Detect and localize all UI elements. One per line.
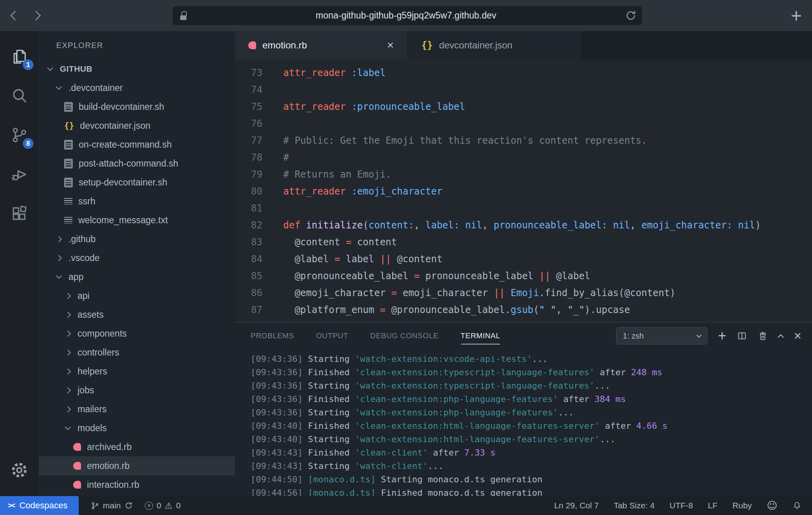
tree-item-label: welcome_message.txt [78,215,168,226]
code-token: = [414,270,419,282]
code-token: attr_reader [283,186,346,197]
kill-terminal-button[interactable] [758,331,768,341]
code-token: :pronounceable_label [351,101,465,112]
code-token: @emoji_character [283,287,391,298]
sidebar-item-extensions[interactable] [0,194,39,233]
terminal-shell-select[interactable]: 1: zsh [616,327,707,345]
settings-button[interactable] [0,450,39,490]
tree-item-controllers[interactable]: controllers [39,343,235,362]
code-token: @label [550,270,590,282]
language-mode[interactable]: Ruby [733,501,752,510]
code-token: # Returns an Emoji. [283,169,391,180]
branch-indicator[interactable]: main [90,501,133,510]
branch-name: main [103,501,121,510]
encoding[interactable]: UTF-8 [670,501,693,510]
search-icon [10,86,29,105]
tab-terminal[interactable]: TERMINAL [461,322,500,349]
notifications-bell-icon[interactable] [792,501,802,510]
terminal-token: 'watch-extension:html-language-features-… [355,434,600,444]
json-file-icon: {} [421,41,433,50]
tab-emotion-rb[interactable]: emotion.rb ✕ [235,31,408,59]
tree-item-assets[interactable]: assets [39,305,235,324]
line-number: 82 [235,217,262,234]
code-token: @platform_enum [283,304,380,315]
tree-item-label: models [78,423,107,433]
tree-item-post-attach-command.sh[interactable]: post-attach-command.sh [39,154,235,173]
terminal-token: 384 ms [594,394,626,404]
tree-item-mailers[interactable]: mailers [39,400,235,419]
close-icon[interactable]: ✕ [387,40,394,51]
panel-controls: 1: zsh + [616,327,802,345]
code-line: 80attr_reader :emoji_character [235,183,812,200]
tree-item-helpers[interactable]: helpers [39,362,235,381]
feedback-smiley-icon[interactable]: ☺ [767,500,777,511]
tree-item-setup-devcontainer.sh[interactable]: setup-devcontainer.sh [39,173,235,192]
tree-item-label: setup-devcontainer.sh [79,177,167,188]
split-terminal-button[interactable] [737,331,747,341]
new-tab-button[interactable]: + [791,6,802,25]
code-token: ( [363,220,368,231]
new-terminal-button[interactable]: + [718,329,726,343]
codespaces-remote-button[interactable]: >< Codespaces [0,496,79,515]
code-token: # [283,152,289,163]
tree-item-devcontainer.json[interactable]: {}devcontainer.json [39,116,235,135]
tree-item-on-create-command.sh[interactable]: on-create-command.sh [39,135,235,154]
code-line: 79# Returns an Emoji. [235,166,812,183]
sidebar-item-run-debug[interactable] [0,155,39,194]
tab-debug-console[interactable]: DEBUG CONSOLE [370,322,439,349]
terminal-token: 'clean-extension:typescript-language-fea… [355,367,594,377]
tab-output[interactable]: OUTPUT [316,322,348,349]
maximize-panel-button[interactable] [779,333,783,339]
eol[interactable]: LF [708,501,718,510]
split-icon [737,331,747,341]
tree-item-.devcontainer[interactable]: .devcontainer [39,78,235,97]
tree-item-archived.rb[interactable]: archived.rb [39,437,235,456]
remote-label: Codespaces [19,500,67,511]
line-number: 87 [235,302,262,319]
tree-item-welcome_message.txt[interactable]: welcome_message.txt [39,211,235,230]
tree-item-label: jobs [78,385,94,396]
tree-item-build-devcontainer.sh[interactable]: build-devcontainer.sh [39,97,235,116]
tree-item-models[interactable]: models [39,419,235,437]
code-token: = [334,254,340,265]
tree-item-app[interactable]: app [39,267,235,286]
close-panel-button[interactable]: ✕ [794,330,802,342]
code-token: attr_reader [283,67,346,78]
tab-devcontainer-json[interactable]: {} devcontainer.json [408,31,582,59]
line-content: # [262,149,289,166]
address-bar[interactable]: mona-github-github-g59jpq2w5w7.github.de… [172,6,643,26]
sidebar-item-source-control[interactable]: 8 [0,115,39,155]
sidebar-item-search[interactable] [0,76,39,115]
terminal-line: [09:43:43] Starting 'watch-client'... [251,459,812,473]
back-button[interactable] [10,11,20,20]
tab-size[interactable]: Tab Size: 4 [614,501,655,510]
tree-item-.vscode[interactable]: .vscode [39,248,235,267]
tree-root-label: GITHUB [60,64,92,74]
tab-problems[interactable]: PROBLEMS [251,322,294,349]
tree-item-ssrh[interactable]: ssrh [39,192,235,211]
code-token: || [380,254,391,265]
sidebar-item-explorer[interactable]: 1 [0,37,39,76]
code-token [733,220,738,231]
problems-indicator[interactable]: ✕ 0 ⚠ 0 [145,501,181,511]
refresh-button[interactable] [625,9,637,22]
line-number: 76 [235,115,262,132]
cursor-position[interactable]: Ln 29, Col 7 [554,501,599,510]
tree-item-jobs[interactable]: jobs [39,381,235,400]
code-line: 82def initialize(content:, label: nil, p… [235,217,812,234]
terminal-token: Starting [308,434,355,444]
terminal-token: after [558,394,594,404]
source-control-badge: 8 [23,138,33,149]
tree-item-components[interactable]: components [39,324,235,343]
forward-button[interactable] [31,11,41,20]
tree-item-.github[interactable]: .github [39,230,235,248]
terminal-output[interactable]: [09:43:36] Starting 'watch-extension:vsc… [235,349,812,496]
chevron-right-icon [56,255,62,261]
code-editor[interactable]: 73attr_reader :label7475attr_reader :pro… [235,59,812,322]
tree-item-emotion.rb[interactable]: emotion.rb [39,456,235,475]
tree-item-api[interactable]: api [39,286,235,305]
branch-icon [90,501,100,510]
tree-item-interaction.rb[interactable]: interaction.rb [39,475,235,494]
line-number: 75 [235,98,262,115]
tree-root-github[interactable]: GITHUB [39,59,235,78]
